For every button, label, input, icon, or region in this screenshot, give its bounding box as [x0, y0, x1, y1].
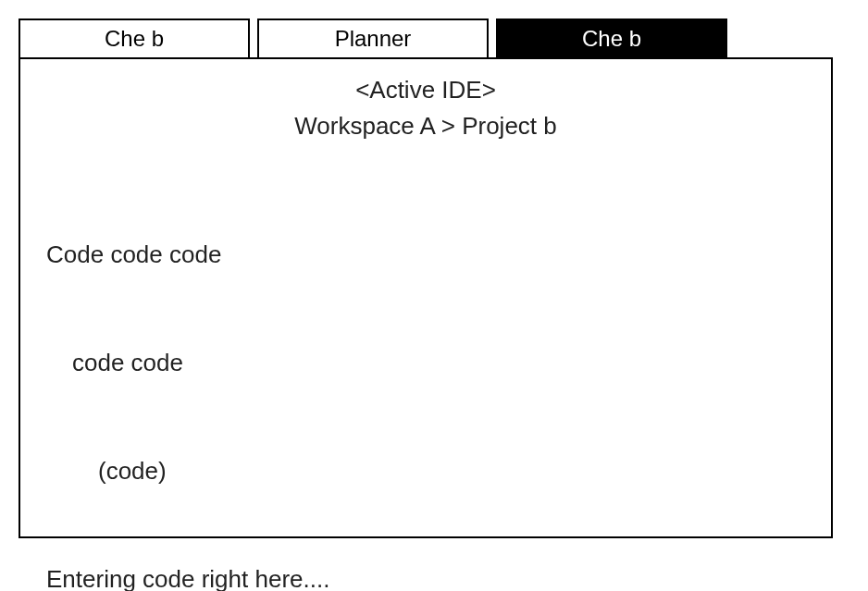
tab-che-b-1[interactable]: Che b — [19, 18, 250, 59]
code-line: Entering code right here.... — [46, 561, 805, 591]
code-line: Code code code — [46, 237, 805, 273]
editor-header: <Active IDE> Workspace A > Project b — [46, 72, 805, 144]
editor-pane: <Active IDE> Workspace A > Project b Cod… — [19, 57, 833, 538]
code-line: (code) — [46, 453, 805, 489]
code-editor[interactable]: Code code code code code (code) Entering… — [46, 165, 805, 591]
ide-window: Che b Planner Che b <Active IDE> Workspa… — [19, 18, 833, 538]
ide-title: <Active IDE> — [46, 72, 805, 108]
tab-bar: Che b Planner Che b — [19, 18, 833, 59]
tab-planner[interactable]: Planner — [257, 18, 489, 59]
code-line: code code — [46, 345, 805, 381]
tab-che-b-2[interactable]: Che b — [496, 18, 727, 59]
breadcrumb: Workspace A > Project b — [46, 108, 805, 144]
